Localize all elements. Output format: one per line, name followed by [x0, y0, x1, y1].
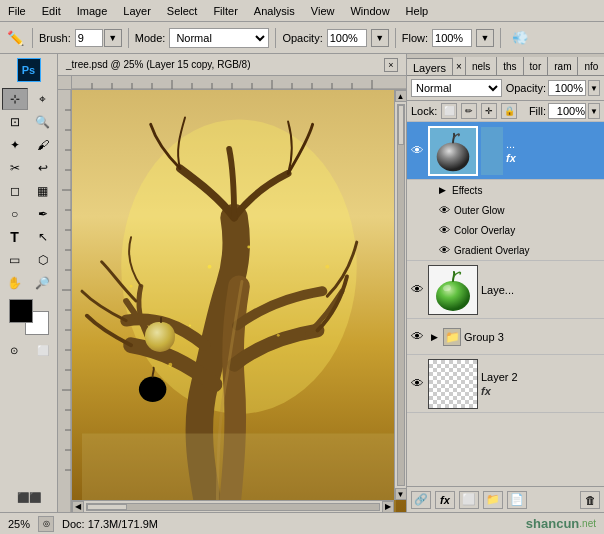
svg-point-41 [130, 285, 133, 288]
layer-eye-green[interactable]: 👁 [409, 282, 425, 298]
scroll-up-btn[interactable]: ▲ [395, 90, 407, 102]
group-collapse-btn[interactable]: ▶ [428, 331, 440, 343]
effect-gradient-overlay[interactable]: 👁 Gradient Overlay [407, 240, 604, 260]
airbrush-icon[interactable]: 💨 [507, 27, 533, 49]
link-layers-btn[interactable]: 🔗 [411, 491, 431, 509]
scroll-left-btn[interactable]: ◀ [72, 501, 84, 513]
quick-mask-icon[interactable]: ⊙ [1, 339, 27, 361]
lock-transparent-btn[interactable]: ⬜ [441, 103, 457, 119]
eraser-tool[interactable]: ◻ [2, 180, 28, 202]
effect-eye-outer-glow[interactable]: 👁 [439, 204, 450, 216]
layer-eye-layer2[interactable]: 👁 [409, 376, 425, 392]
add-mask-btn[interactable]: ⬜ [459, 491, 479, 509]
zoom-controls[interactable]: ◎ [38, 516, 54, 532]
layer-thumb-green [428, 265, 478, 315]
tab-info[interactable]: nfo [578, 57, 604, 75]
layer-item-layer2[interactable]: 👁 Layer 2 fx [407, 355, 604, 413]
effect-outer-glow[interactable]: 👁 Outer Glow [407, 200, 604, 220]
clone-stamp-tool[interactable]: ✂ [2, 157, 28, 179]
add-style-btn[interactable]: fx [435, 491, 455, 509]
text-tool[interactable]: T [2, 226, 28, 248]
opacity-value[interactable] [548, 80, 586, 96]
layer-item-group3[interactable]: 👁 ▶ 📁 Group 3 [407, 319, 604, 355]
opacity-input[interactable] [327, 29, 367, 47]
brush-size-dropdown[interactable]: ▼ [104, 29, 122, 47]
zoom-tool[interactable]: 🔎 [30, 272, 56, 294]
path-selection-tool[interactable]: ↖ [30, 226, 56, 248]
menu-edit[interactable]: Edit [34, 3, 69, 19]
layer-fx-badge-1[interactable]: fx [506, 152, 602, 164]
flow-dropdown[interactable]: ▼ [476, 29, 494, 47]
tool-row-7: T ↖ [2, 226, 56, 248]
menu-image[interactable]: Image [69, 3, 116, 19]
scroll-track-v[interactable] [397, 104, 405, 486]
gradient-tool[interactable]: ▦ [30, 180, 56, 202]
canvas-viewport[interactable]: ◀ ▶ ▲ ▼ [72, 90, 406, 512]
menu-analysis[interactable]: Analysis [246, 3, 303, 19]
hand-tool[interactable]: ✋ [2, 272, 28, 294]
zoom-3d-tool[interactable]: ⬡ [30, 249, 56, 271]
lock-position-btn[interactable]: ✛ [481, 103, 497, 119]
effect-collapse-icon[interactable]: ▶ [439, 185, 446, 195]
blend-mode-select[interactable]: Normal Multiply Screen Overlay [411, 79, 502, 97]
new-layer-btn[interactable]: 📄 [507, 491, 527, 509]
scroll-down-btn[interactable]: ▼ [395, 488, 407, 500]
tab-paths[interactable]: ths [497, 57, 523, 75]
menu-filter[interactable]: Filter [205, 3, 245, 19]
menu-layer[interactable]: Layer [115, 3, 159, 19]
tab-close[interactable]: × [453, 57, 466, 75]
menu-file[interactable]: File [0, 3, 34, 19]
status-zoom: 25% [8, 518, 30, 530]
crop-tool[interactable]: ⊡ [2, 111, 28, 133]
menu-select[interactable]: Select [159, 3, 206, 19]
selection-tool[interactable]: ⊹ [2, 88, 28, 110]
spot-healing-tool[interactable]: ✦ [2, 134, 28, 156]
tab-layers[interactable]: Layers [407, 58, 453, 76]
history-brush-tool[interactable]: ↩ [30, 157, 56, 179]
lasso-tool[interactable]: ⌖ [30, 88, 56, 110]
lock-image-btn[interactable]: ✏ [461, 103, 477, 119]
lock-all-btn[interactable]: 🔒 [501, 103, 517, 119]
layer-fx-badge-layer2[interactable]: fx [481, 385, 602, 397]
scrollbar-vertical[interactable]: ▲ ▼ [394, 90, 406, 500]
scrollbar-horizontal[interactable]: ◀ ▶ [72, 500, 394, 512]
layer-item-green[interactable]: 👁 [407, 261, 604, 319]
opacity-dropdown-btn[interactable]: ▼ [588, 80, 600, 96]
tab-actions[interactable]: ram [548, 57, 578, 75]
foreground-color[interactable] [9, 299, 33, 323]
brush-tool[interactable]: 🖌 [30, 134, 56, 156]
brush-tool-icon[interactable]: ✏️ [4, 27, 26, 49]
layer-eye-group3[interactable]: 👁 [409, 329, 425, 345]
layer-eye-1[interactable]: 👁 [409, 143, 425, 159]
fill-value[interactable] [548, 103, 586, 119]
eyedropper-tool[interactable]: 🔍 [30, 111, 56, 133]
menu-window[interactable]: Window [342, 3, 397, 19]
new-group-btn[interactable]: 📁 [483, 491, 503, 509]
effect-color-overlay[interactable]: 👁 Color Overlay [407, 220, 604, 240]
effect-eye-color-overlay[interactable]: 👁 [439, 224, 450, 236]
layer-item-selected[interactable]: 👁 [407, 122, 604, 180]
brush-size-input[interactable] [75, 29, 103, 47]
tab-history[interactable]: tor [524, 57, 549, 75]
toolbar-separator-3 [275, 28, 276, 48]
tab-channels[interactable]: nels [466, 57, 497, 75]
flow-input[interactable] [432, 29, 472, 47]
mode-select[interactable]: Normal [169, 28, 269, 48]
rectangle-tool[interactable]: ▭ [2, 249, 28, 271]
scroll-thumb-h[interactable] [87, 504, 127, 510]
scroll-right-btn[interactable]: ▶ [382, 501, 394, 513]
effect-eye-gradient-overlay[interactable]: 👁 [439, 244, 450, 256]
canvas-close-btn[interactable]: × [384, 58, 398, 72]
menu-view[interactable]: View [303, 3, 343, 19]
menu-help[interactable]: Help [398, 3, 437, 19]
scroll-thumb-v[interactable] [398, 105, 404, 145]
rounded-rect-tool[interactable]: ⬛⬛ [5, 486, 53, 508]
dodge-tool[interactable]: ○ [2, 203, 28, 225]
opacity-dropdown[interactable]: ▼ [371, 29, 389, 47]
screen-mode-icon[interactable]: ⬜ [30, 339, 56, 361]
fill-dropdown-btn[interactable]: ▼ [588, 103, 600, 119]
scroll-track-h[interactable] [86, 503, 380, 511]
pen-tool[interactable]: ✒ [30, 203, 56, 225]
canvas-with-ruler: ◀ ▶ ▲ ▼ [58, 76, 406, 512]
delete-layer-btn[interactable]: 🗑 [580, 491, 600, 509]
